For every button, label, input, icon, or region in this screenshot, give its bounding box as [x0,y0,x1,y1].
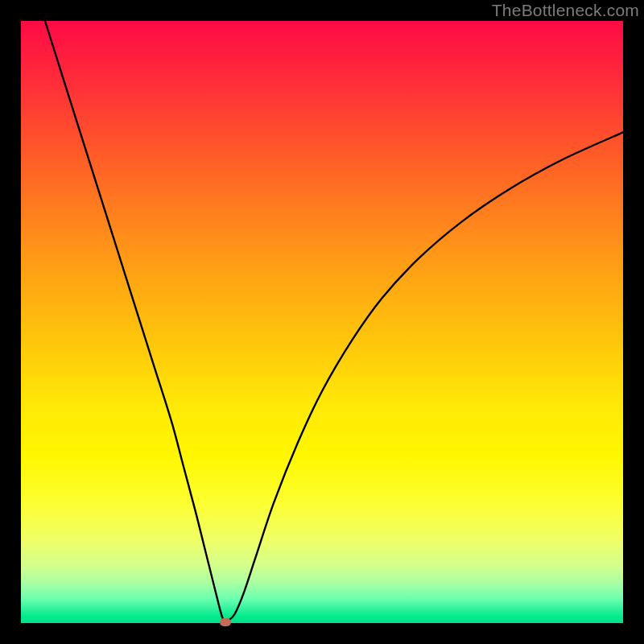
watermark-text: TheBottleneck.com [492,2,639,19]
chart-stage: TheBottleneck.com [0,0,644,644]
minimum-marker [220,618,231,626]
plot-area [21,21,623,623]
bottleneck-curve [45,21,623,622]
curve-svg [21,21,623,623]
